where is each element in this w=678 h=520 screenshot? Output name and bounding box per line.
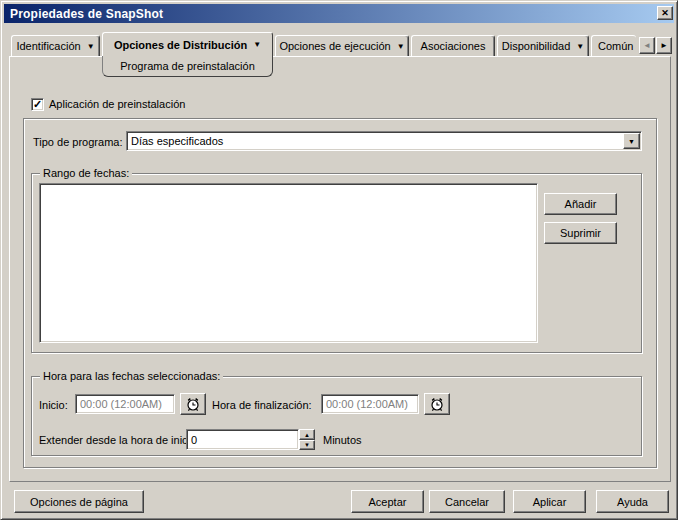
arrow-right-icon: ►: [660, 42, 668, 50]
close-button[interactable]: ✕: [657, 6, 673, 20]
active-subpage-label: Programa de preinstalación: [120, 60, 255, 72]
spread-minutes-value: 0: [191, 434, 197, 446]
end-time-clock-button[interactable]: [424, 393, 450, 415]
spin-up-button[interactable]: ▲: [299, 429, 315, 440]
time-group-label: Hora para las fechas seleccionadas:: [40, 370, 223, 383]
page-options-button[interactable]: Opciones de página: [14, 490, 144, 513]
apply-button-label: Aplicar: [533, 496, 567, 508]
tab-opciones-distribucion[interactable]: Opciones de Distribución ▼: [102, 32, 273, 56]
spread-minutes-spinner: ▲ ▼: [299, 429, 315, 450]
arrow-left-icon: ◄: [643, 42, 651, 50]
tab-scroll-right-button[interactable]: ►: [656, 37, 672, 54]
minutes-unit-label: Minutos: [323, 434, 362, 446]
spread-minutes-field[interactable]: 0: [186, 429, 299, 450]
tab-identificacion[interactable]: Identificación ▼: [11, 35, 100, 56]
tab-scroll-left-button[interactable]: ◄: [639, 37, 655, 54]
schedule-type-label: Tipo de programa:: [33, 136, 122, 148]
date-range-listbox[interactable]: [39, 183, 538, 343]
tab-label: Disponibilidad: [502, 40, 571, 52]
active-subpage-panel: Programa de preinstalación: [102, 56, 273, 77]
date-range-group-label: Rango de fechas:: [40, 167, 132, 180]
preinstall-checkbox-label: Aplicación de preinstalación: [49, 98, 185, 110]
window-title: Propiedades de SnapShot: [10, 7, 163, 21]
add-button-label: Añadir: [565, 198, 597, 210]
delete-button[interactable]: Suprimir: [544, 222, 617, 244]
end-time-field[interactable]: 00:00 (12:00AM): [321, 394, 419, 414]
schedule-type-value: Días especificados: [131, 135, 223, 147]
tab-label: Opciones de ejecución: [279, 40, 390, 52]
tab-comun[interactable]: Común: [591, 35, 636, 56]
start-time-value: 00:00 (12:00AM): [80, 398, 162, 410]
alarm-clock-icon: [429, 396, 445, 412]
ok-button[interactable]: Aceptar: [351, 490, 424, 513]
end-time-value: 00:00 (12:00AM): [326, 398, 408, 410]
tab-label: Identificación: [16, 40, 80, 52]
alarm-clock-icon: [185, 396, 201, 412]
schedule-type-combobox[interactable]: Días especificados ▼: [126, 131, 642, 151]
chevron-down-icon: ▼: [253, 41, 261, 49]
tab-disponibilidad[interactable]: Disponibilidad ▼: [497, 35, 589, 56]
cancel-button-label: Cancelar: [445, 496, 489, 508]
spread-time-label: Extender desde la hora de inicio:: [39, 434, 199, 446]
tab-label: Común: [598, 40, 633, 52]
page-options-label: Opciones de página: [30, 496, 128, 508]
arrow-down-icon: ▼: [304, 442, 310, 448]
spin-down-button[interactable]: ▼: [299, 440, 315, 450]
help-button-label: Ayuda: [617, 496, 648, 508]
end-time-label: Hora de finalización:: [212, 399, 312, 411]
tab-asociaciones[interactable]: Asociaciones: [411, 35, 495, 56]
delete-button-label: Suprimir: [560, 227, 601, 239]
ok-button-label: Aceptar: [369, 496, 407, 508]
start-time-field[interactable]: 00:00 (12:00AM): [75, 394, 175, 414]
add-button[interactable]: Añadir: [544, 193, 617, 215]
chevron-down-icon: ▼: [397, 43, 405, 51]
preinstall-checkbox[interactable]: ✓: [31, 98, 44, 111]
start-time-clock-button[interactable]: [180, 393, 206, 415]
tab-label: Opciones de Distribución: [114, 39, 247, 51]
tab-opciones-ejecucion[interactable]: Opciones de ejecución ▼: [275, 35, 409, 56]
combobox-dropdown-button[interactable]: ▼: [623, 133, 640, 149]
close-icon: ✕: [661, 9, 669, 18]
chevron-down-icon: ▼: [87, 43, 95, 51]
start-time-label: Inicio:: [39, 399, 68, 411]
chevron-down-icon: ▼: [628, 138, 635, 145]
dialog-propiedades-snapshot: Propiedades de SnapShot ✕ Identificación…: [0, 0, 678, 520]
title-bar: Propiedades de SnapShot: [4, 4, 674, 23]
arrow-up-icon: ▲: [304, 432, 310, 438]
checkmark-icon: ✓: [33, 99, 42, 110]
apply-button[interactable]: Aplicar: [513, 490, 586, 513]
cancel-button[interactable]: Cancelar: [429, 490, 505, 513]
tab-label: Asociaciones: [421, 40, 486, 52]
help-button[interactable]: Ayuda: [596, 490, 669, 513]
chevron-down-icon: ▼: [576, 43, 584, 51]
